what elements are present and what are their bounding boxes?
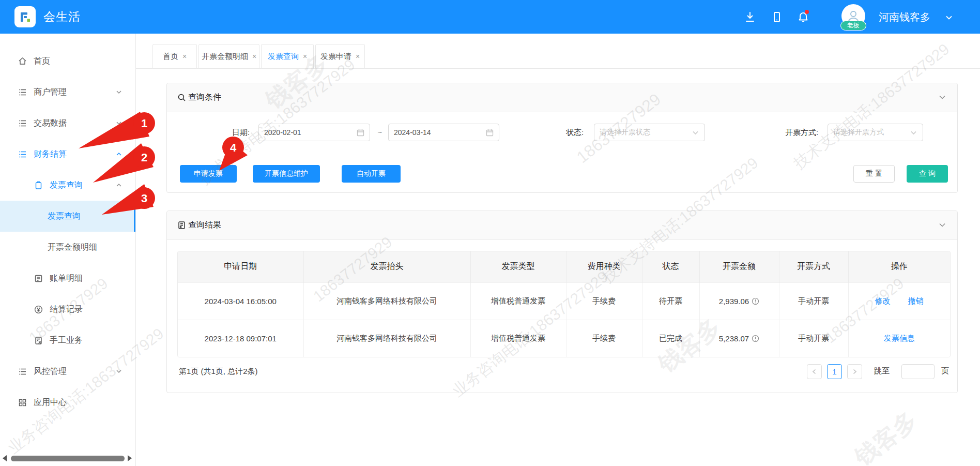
sidebar-item-label: 开票金额明细 <box>48 242 97 253</box>
cell-status: 待开票 <box>642 282 699 320</box>
method-placeholder: 请选择开票方式 <box>833 128 910 137</box>
table-row: 2024-03-04 16:05:00 河南钱客多网络科技有限公司 增值税普通发… <box>178 282 950 320</box>
auto-invoice-button[interactable]: 自动开票 <box>342 165 401 183</box>
invoice-info-link[interactable]: 发票信息 <box>884 334 915 342</box>
chevron-up-icon <box>116 182 122 188</box>
close-icon[interactable]: × <box>356 52 360 61</box>
cell-amount: 2,939.06 <box>699 282 779 320</box>
status-placeholder: 请选择开票状态 <box>600 128 692 137</box>
scroll-right-arrow-icon[interactable] <box>128 455 132 461</box>
bill-icon <box>34 274 43 283</box>
sidebar-item-invoice-query-group[interactable]: 发票查询 <box>0 170 135 201</box>
cell-invoice-type: 增值税普通发票 <box>470 282 566 320</box>
sidebar-item-label: 发票查询 <box>48 211 81 222</box>
mobile-icon[interactable] <box>771 11 783 23</box>
scroll-left-arrow-icon[interactable] <box>3 455 7 461</box>
list-icon <box>18 367 27 376</box>
tab-invoice-query[interactable]: 发票查询 × <box>261 44 314 69</box>
query-panel-title: 查询条件 <box>188 92 221 103</box>
pagination-prev-button[interactable] <box>807 364 822 379</box>
chevron-down-icon <box>692 129 699 137</box>
info-circle-icon[interactable] <box>752 297 759 305</box>
invoice-method-select[interactable]: 请选择开票方式 <box>828 124 923 141</box>
info-circle-icon[interactable] <box>752 335 759 342</box>
sidebar-item-manual-business[interactable]: 手工业务 <box>0 325 135 356</box>
sidebar-item-home[interactable]: 首页 <box>0 46 135 77</box>
page-jump-input[interactable] <box>901 364 935 379</box>
date-to-value: 2024-03-14 <box>394 128 486 137</box>
sidebar-item-settlement-records[interactable]: 结算记录 <box>0 294 135 325</box>
clipboard-icon <box>34 181 43 190</box>
col-apply-date: 申请日期 <box>178 251 303 282</box>
close-icon[interactable]: × <box>303 52 307 61</box>
col-fee-type: 费用种类 <box>566 251 642 282</box>
list-icon <box>18 150 27 159</box>
pagination-page-1[interactable]: 1 <box>827 364 842 379</box>
date-label: 日期: <box>232 124 250 141</box>
collapse-chevron-icon[interactable] <box>939 221 946 231</box>
sidebar-item-bill-detail[interactable]: 账单明细 <box>0 263 135 294</box>
sidebar-item-invoice-amount-detail[interactable]: 开票金额明细 <box>0 232 135 263</box>
tab-invoice-apply[interactable]: 发票申请 × <box>315 44 365 69</box>
top-header: 会生活 老板 河南钱客多 <box>0 0 980 34</box>
cell-actions: 修改撤销 <box>848 282 950 320</box>
reset-button[interactable]: 重 置 <box>853 165 895 183</box>
sidebar-item-finance-settlement[interactable]: 财务结算 <box>0 139 135 170</box>
chevron-down-icon <box>116 89 122 95</box>
sidebar-item-merchant-mgmt[interactable]: 商户管理 <box>0 77 135 108</box>
date-to-input[interactable]: 2024-03-14 <box>388 124 499 141</box>
manual-doc-icon <box>34 336 43 345</box>
col-method: 开票方式 <box>779 251 848 282</box>
col-invoice-type: 发票类型 <box>470 251 566 282</box>
pagination-summary: 第1页 (共1页, 总计2条) <box>179 364 258 379</box>
download-icon[interactable] <box>744 11 756 23</box>
cell-fee-type: 手续费 <box>566 320 642 357</box>
cell-invoice-type: 增值税普通发票 <box>470 320 566 357</box>
cell-apply-date: 2023-12-18 09:07:01 <box>178 320 303 357</box>
calendar-icon <box>486 129 494 137</box>
cell-method: 手动开票 <box>779 320 848 357</box>
cell-invoice-title: 河南钱客多网络科技有限公司 <box>303 320 470 357</box>
close-icon[interactable]: × <box>252 52 256 61</box>
notification-bell-icon[interactable] <box>798 11 809 23</box>
chevron-down-icon <box>910 129 917 137</box>
tab-label: 发票查询 <box>268 52 299 62</box>
apply-invoice-button[interactable]: 申请发票 <box>180 165 237 183</box>
search-button[interactable]: 查 询 <box>907 165 948 183</box>
tab-home[interactable]: 首页 × <box>152 44 197 69</box>
sidebar-item-invoice-query[interactable]: 发票查询 <box>0 201 135 232</box>
revoke-link[interactable]: 撤销 <box>908 296 924 305</box>
sidebar-item-risk-mgmt[interactable]: 风控管理 <box>0 356 135 387</box>
close-icon[interactable]: × <box>182 52 187 61</box>
tab-label: 开票金额明细 <box>202 52 248 62</box>
status-label: 状态: <box>566 124 584 141</box>
collapse-chevron-icon[interactable] <box>939 94 946 103</box>
tab-invoice-amount-detail[interactable]: 开票金额明细 × <box>198 44 259 69</box>
sidebar-item-app-center[interactable]: 应用中心 <box>0 387 135 418</box>
scrollbar-thumb[interactable] <box>11 456 125 461</box>
pagination-next-button[interactable] <box>847 364 862 379</box>
result-doc-icon <box>177 221 186 230</box>
chevron-down-icon[interactable] <box>945 13 953 24</box>
col-actions: 操作 <box>848 251 950 282</box>
col-status: 状态 <box>642 251 699 282</box>
sidebar-item-transaction-data[interactable]: 交易数据 <box>0 108 135 139</box>
date-from-value: 2020-02-01 <box>264 128 357 137</box>
date-from-input[interactable]: 2020-02-01 <box>258 124 370 141</box>
sidebar: 首页 商户管理 交易数据 财务结算 发票查询 发票查询 开票金额明细 <box>0 34 136 466</box>
list-icon <box>18 88 27 97</box>
cell-apply-date: 2024-03-04 16:05:00 <box>178 282 303 320</box>
company-name[interactable]: 河南钱客多 <box>879 10 930 24</box>
invoice-info-maintain-button[interactable]: 开票信息维护 <box>253 165 320 183</box>
modify-link[interactable]: 修改 <box>875 296 891 305</box>
main-content: 首页 × 开票金额明细 × 发票查询 × 发票申请 × 查询条件 日期: 2 <box>136 34 980 466</box>
cell-status: 已完成 <box>642 320 699 357</box>
chevron-up-icon <box>116 151 122 157</box>
col-amount: 开票金额 <box>699 251 779 282</box>
horizontal-scrollbar[interactable] <box>0 454 135 463</box>
query-conditions-panel: 查询条件 日期: 2020-02-01 ~ 2024-03-14 状态: 请选择… <box>166 83 958 193</box>
sidebar-item-label: 首页 <box>34 56 50 67</box>
status-select[interactable]: 请选择开票状态 <box>594 124 705 141</box>
page-unit-label: 页 <box>941 366 949 376</box>
amount-value: 2,939.06 <box>719 297 749 306</box>
